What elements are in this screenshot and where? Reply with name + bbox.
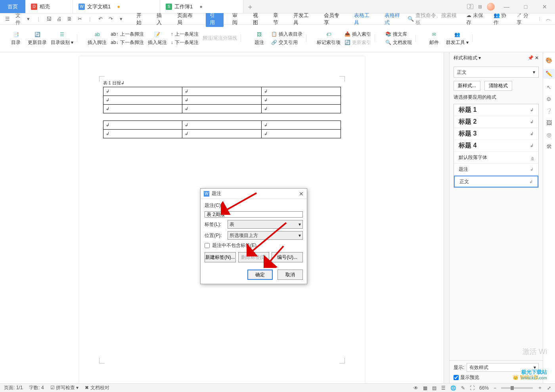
view-mode-outline-icon[interactable]: ☰ [441, 385, 446, 391]
file-menu[interactable]: 文件 [14, 12, 21, 26]
share-button[interactable]: ↗ 分享 [517, 12, 533, 26]
caption-button[interactable]: 🖾题注 [251, 31, 267, 46]
dialog-titlebar[interactable]: W 题注 ✕ [201, 189, 307, 199]
command-search[interactable]: 🔍 查找命令、搜索模板 [408, 12, 461, 26]
fullscreen-icon[interactable]: ⤢ [547, 385, 551, 391]
unsaved-indicator[interactable]: ☁ 未保存 [466, 12, 488, 26]
insert-index-button[interactable]: 📥插入索引 [344, 31, 371, 38]
menu-vip[interactable]: 会员专享 [322, 11, 346, 27]
mail-button[interactable]: ✉邮件 [426, 31, 442, 46]
tab-daoqiao[interactable]: D 稻壳 [25, 0, 73, 13]
menu-layout[interactable]: 页面布局 [176, 11, 199, 27]
insert-table-toc-button[interactable]: 📋插入表目录 [271, 31, 302, 38]
tag-select[interactable]: 表▾ [228, 220, 303, 229]
settings-icon[interactable]: ⚙ [546, 96, 551, 102]
menu-dev[interactable]: 开发工具 [292, 11, 315, 27]
prev-endnote-button[interactable]: ↑上一条尾注 [171, 31, 199, 38]
save-icon[interactable]: 🖫 [45, 16, 52, 22]
menu-icon[interactable]: ☰ [4, 16, 11, 22]
clear-format-button[interactable]: 清除格式 [484, 81, 512, 91]
next-endnote-button[interactable]: ↓下一条尾注 [171, 39, 199, 46]
menu-table-style[interactable]: 表格样式 [383, 11, 406, 27]
dialog-close-button[interactable]: ✕ [299, 191, 304, 197]
toc-button[interactable]: 📑目录 [8, 31, 24, 46]
grid-icon[interactable]: ⊞ [478, 4, 482, 10]
prev-footnote-button[interactable]: ab↑上一条脚注 [111, 31, 144, 38]
tab-close-icon[interactable]: ● [198, 4, 204, 10]
toc-level-button[interactable]: ☰目录级别 ▾ [51, 31, 73, 46]
close-button[interactable]: ✕ [538, 4, 552, 10]
exclude-checkbox-input[interactable] [205, 243, 210, 248]
target-icon[interactable]: ◎ [547, 132, 551, 138]
current-style-select[interactable]: 正文▾ [454, 67, 539, 78]
zoom-out-button[interactable]: − [494, 385, 496, 391]
zoom-in-button[interactable]: ＋ [538, 384, 542, 391]
help-icon[interactable]: ❔ [545, 108, 552, 114]
exclude-label-checkbox[interactable]: 题注中不包含标签(E) [205, 242, 303, 249]
update-toc-button[interactable]: 🔄更新目录 [28, 31, 47, 46]
spellcheck-toggle[interactable]: ☑ 拼写检查 ▾ [50, 384, 79, 391]
view-mode-web-icon[interactable]: 🌐 [450, 385, 456, 391]
view-mode-read-icon[interactable]: ▤ [432, 385, 436, 391]
menu-insert[interactable]: 插入 [155, 11, 168, 27]
table1[interactable]: ↲↲↲ ↲↲↲ ↲↲↲ [103, 87, 341, 113]
redo-icon[interactable]: ↷ [107, 16, 114, 22]
next-footnote-button[interactable]: ab↓下一条脚注 [111, 39, 144, 46]
page-status[interactable]: 页面: 1/1 [4, 384, 23, 391]
insert-footnote-button[interactable]: ab插入脚注 [88, 31, 107, 46]
style-heading4[interactable]: 标题 4↲ [454, 140, 538, 152]
tab-doc2[interactable]: S 工作簿1 ● [160, 0, 243, 13]
maximize-button[interactable]: □ [519, 4, 533, 10]
tool-icon[interactable]: 🛠 [546, 143, 552, 150]
crossref-button[interactable]: 🔗交叉引用 [271, 39, 302, 46]
undo-icon[interactable]: ↶ [97, 16, 104, 22]
ok-button[interactable]: 确定 [247, 270, 273, 280]
style-caption[interactable]: 题注↲ [454, 164, 538, 176]
insert-endnote-button[interactable]: 📝插入尾注 [148, 31, 167, 46]
caption-input[interactable] [205, 211, 303, 218]
edit-mode-icon[interactable]: ✎ [461, 385, 465, 391]
position-select[interactable]: 所选项目上方▾ [228, 231, 303, 240]
menu-chapter[interactable]: 章节 [272, 11, 285, 27]
fn-separator-button[interactable]: 脚注/尾注分隔线 [203, 35, 237, 42]
new-tag-button[interactable]: 新建标签(N)... [205, 252, 236, 262]
doc-discover-button[interactable]: 🔍文档发现 [385, 39, 412, 46]
style-heading3[interactable]: 标题 3↲ [454, 128, 538, 140]
cancel-button[interactable]: 取消 [278, 270, 303, 280]
menu-table-tool[interactable]: 表格工具 [352, 11, 376, 27]
panel-close-icon[interactable]: ✕ [535, 55, 539, 61]
ribbon-collapse-icon[interactable]: ︿ [546, 15, 551, 23]
zoom-value[interactable]: 66% [479, 385, 489, 391]
update-index-button[interactable]: 🔄更新索引 [344, 39, 371, 46]
search-library-button[interactable]: 📚搜文库 [385, 31, 412, 38]
style-default-font[interactable]: 默认段落字体a [454, 152, 538, 164]
group-send-button[interactable]: 👥群发工具 ▾ [446, 31, 469, 46]
proofread-button[interactable]: ✖ 文档校对 [85, 384, 109, 391]
vertical-scrollbar[interactable] [444, 52, 449, 383]
style-body-selected[interactable]: 正文↲ [454, 176, 538, 187]
tab-home[interactable]: 首页 [0, 0, 25, 13]
view-mode-page-icon[interactable]: ▦ [423, 385, 427, 391]
collab-button[interactable]: 👥 协作 [494, 12, 511, 26]
document-area[interactable]: 表·1 日报↲ ↲↲↲ ↲↲↲ ↲↲↲ ↲↲↲ ↲↲↲ W 题注 ✕ 题注(C)… [0, 52, 444, 383]
cursor-icon[interactable]: ↖ [547, 84, 551, 90]
zoom-fit-icon[interactable]: ⛶ [470, 385, 475, 391]
eye-icon[interactable]: 👁 [413, 385, 418, 391]
menu-review[interactable]: 审阅 [231, 11, 244, 27]
print-icon[interactable]: 🖨 [56, 16, 63, 22]
file-dropdown-icon[interactable]: ▾ [25, 16, 32, 22]
tab-doc1[interactable]: W 文字文稿1 ● [73, 0, 160, 13]
mark-index-button[interactable]: 🏷标记索引项 [317, 31, 341, 46]
profile-avatar[interactable] [487, 3, 495, 11]
menu-start[interactable]: 开始 [135, 11, 148, 27]
show-preview-checkbox[interactable]: 显示预览 [454, 374, 479, 381]
cut-icon[interactable]: ✂ [76, 16, 83, 22]
styles-panel-title[interactable]: 样式和格式 ▾ [454, 55, 481, 61]
pencil-icon[interactable]: ✏️ [543, 69, 555, 78]
image-icon[interactable]: 🖼 [546, 120, 552, 126]
numbering-button[interactable]: 编号(U)... [272, 252, 303, 262]
new-style-button[interactable]: 新样式... [454, 81, 480, 91]
menu-view[interactable]: 视图 [251, 11, 264, 27]
pin-icon[interactable]: 📌 [528, 55, 534, 61]
paint-icon[interactable]: 🎨 [545, 57, 552, 63]
